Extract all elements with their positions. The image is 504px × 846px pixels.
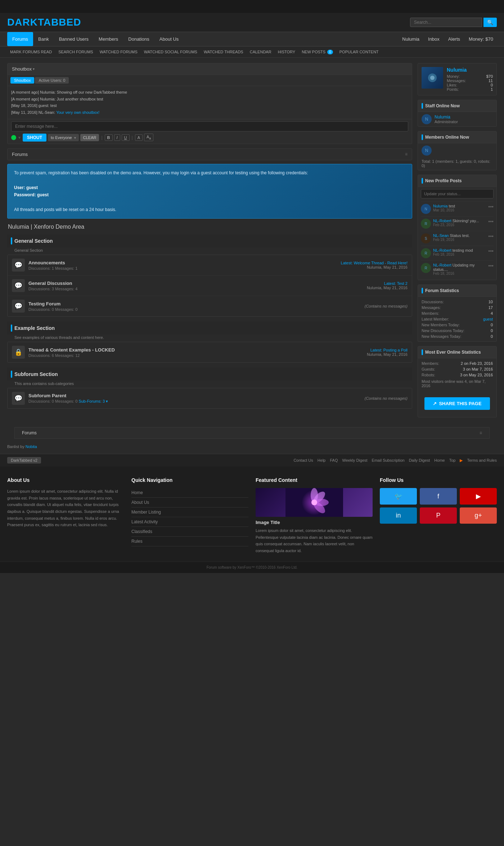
subnav-watched-threads[interactable]: WATCHED THREADS [201, 49, 246, 55]
pp-text-3: Status test. [450, 233, 469, 238]
subnav-popular-content[interactable]: POPULAR CONTENT [337, 49, 382, 55]
pp-avatar-1: N [421, 204, 431, 214]
svg-point-9 [311, 500, 317, 505]
shoutbox-link[interactable]: Your very own shoutbox! [56, 110, 99, 115]
forums-section-menu[interactable]: ≡ [405, 152, 408, 157]
category-general-desc: General Section [7, 247, 412, 255]
to-everyone-button[interactable]: to Everyone ▾ [48, 134, 79, 141]
nav-item-bank[interactable]: Bank [33, 32, 54, 46]
forum-name-testing[interactable]: Testing Forum [28, 301, 350, 306]
pp-menu-1[interactable]: ••• [488, 204, 494, 210]
pp-menu-3[interactable]: ••• [488, 233, 494, 239]
footer-link-top[interactable]: Top [449, 458, 456, 463]
footer-nav-classifieds[interactable]: Classifieds [131, 527, 248, 537]
user-name[interactable]: Nulumia [447, 67, 493, 73]
category-bar [11, 237, 12, 245]
nav-item-banned-users[interactable]: Banned Users [54, 32, 94, 46]
stats-new-discussions-label: New Discussions Today: [422, 328, 464, 333]
nav-alerts[interactable]: Alerts [445, 32, 464, 46]
header-search: 🔍 [410, 18, 497, 27]
search-input[interactable] [410, 18, 482, 27]
color-picker[interactable] [11, 135, 16, 140]
nav-item-about-us[interactable]: About Us [154, 32, 184, 46]
footer-forums-menu-icon[interactable]: ≡ [480, 430, 482, 435]
forum-icon-testing: 💬 [12, 300, 25, 313]
subnav-watched-forums[interactable]: WATCHED FORUMS [97, 49, 140, 55]
footer-link-faq[interactable]: FAQ [330, 458, 338, 463]
footer-nav-about-us[interactable]: About Us [131, 498, 248, 507]
shoutbox-input[interactable] [11, 121, 408, 131]
footer-nav-home[interactable]: Home [131, 488, 248, 498]
footer-nav-rules[interactable]: Rules [131, 537, 248, 546]
pp-author-1[interactable]: Nulumia [433, 204, 447, 208]
search-button[interactable]: 🔍 [483, 18, 497, 27]
subnav-watched-social-forums[interactable]: WATCHED SOCIAL FORUMS [141, 49, 200, 55]
rss-icon[interactable]: ▶ [460, 458, 463, 463]
subnav-history[interactable]: HISTORY [275, 49, 298, 55]
subnav-mark-forums-read[interactable]: MARK FORUMS READ [7, 49, 55, 55]
footer-nav-member-listing[interactable]: Member Listing [131, 507, 248, 517]
pp-menu-4[interactable]: ••• [488, 248, 494, 254]
footer-link-help[interactable]: Help [318, 458, 326, 463]
nav-item-donations[interactable]: Donations [123, 32, 154, 46]
pp-menu-2[interactable]: ••• [488, 219, 494, 224]
footer-link-daily-digest[interactable]: Daily Digest [409, 458, 430, 463]
social-youtube[interactable]: ▶ [460, 488, 497, 505]
banlist-section: Banlist by Nobita [0, 442, 504, 452]
staff-info-nulumia: Nulumia Administrator [435, 115, 458, 124]
bold-button[interactable]: B [105, 134, 113, 141]
underline-button[interactable]: U [122, 134, 130, 141]
stats-latest-member-value[interactable]: guest [483, 317, 493, 321]
forum-name-general-discussion[interactable]: General Discussion [28, 281, 350, 286]
forum-latest-thread-ex[interactable]: Latest: Posting a Poll [350, 348, 408, 352]
footer-link-contact[interactable]: Contact Us [293, 458, 313, 463]
shout-button[interactable]: SHOUT [23, 134, 46, 142]
category-subforum-header: Subforum Section [7, 368, 412, 381]
subnav-new-posts[interactable]: NEW POSTS 0 [299, 49, 336, 55]
forum-latest-thread[interactable]: Latest: Welcome Thread - Read Here! [341, 261, 408, 265]
nav-item-forums[interactable]: Forums [7, 32, 33, 46]
font-size-button[interactable]: Aa [144, 134, 153, 141]
pp-author-4[interactable]: NL-Robert [433, 248, 451, 252]
social-pinterest[interactable]: P [420, 507, 457, 524]
shoutbox-tab-shoutbox[interactable]: Shoutbox [10, 77, 34, 84]
nav-item-members[interactable]: Members [94, 32, 123, 46]
staff-name-nulumia[interactable]: Nulumia [435, 115, 458, 120]
most-online-members-value: 2 on Feb 23, 2016 [461, 361, 493, 366]
category-example-forums: 🔒 Thread & Content Examples - LOCKED Dis… [7, 342, 412, 363]
pp-author-5[interactable]: NL-Robert [433, 263, 451, 267]
footer-nav-latest-activity[interactable]: Latest Activity [131, 517, 248, 527]
subforums-link[interactable]: Sub-Forums: 3 ▾ [78, 399, 108, 403]
subnav-calendar[interactable]: CALENDAR [247, 49, 274, 55]
footer-link-email-subscription[interactable]: Email Subscription [372, 458, 405, 463]
social-googleplus[interactable]: g+ [460, 507, 497, 524]
forum-name-announcements[interactable]: Announcements [28, 260, 341, 265]
footer-link-home[interactable]: Home [434, 458, 445, 463]
nav-username[interactable]: Nulumia [399, 32, 423, 46]
shoutbox-tab-active-users[interactable]: Active Users: 0 [35, 77, 69, 84]
pp-menu-5[interactable]: ••• [488, 263, 494, 269]
forum-name-examples[interactable]: Thread & Content Examples - LOCKED [28, 347, 350, 353]
forum-no-messages-testing: (Contains no messages) [365, 304, 408, 308]
status-update-input[interactable] [421, 189, 494, 198]
font-color-button[interactable]: A [135, 134, 143, 141]
subnav-search-forums[interactable]: SEARCH FORUMS [55, 49, 96, 55]
category-example-header: Example Section [7, 322, 412, 335]
share-button[interactable]: ↗ SHARE THIS PAGE [424, 397, 490, 410]
clear-button[interactable]: CLEAR [80, 134, 99, 141]
social-linkedin[interactable]: in [380, 507, 417, 524]
banlist-link[interactable]: Nobita [26, 444, 37, 449]
pp-author-2[interactable]: NL-Robert [433, 219, 451, 223]
nav-inbox[interactable]: Inbox [424, 32, 443, 46]
italic-button[interactable]: I [114, 134, 120, 141]
forum-stats-general-discussion: Discussions: 3 Messages: 4 [28, 287, 350, 291]
social-facebook[interactable]: f [420, 488, 457, 505]
footer-link-terms[interactable]: Terms and Rules [467, 458, 497, 463]
featured-image-title[interactable]: Image Title [256, 520, 373, 525]
social-twitter[interactable]: 🐦 [380, 488, 417, 505]
stats-messages-value: 17 [489, 305, 493, 310]
footer-link-weekly-digest[interactable]: Weekly Digest [342, 458, 367, 463]
forum-latest-thread-gd[interactable]: Latest: Test 2 [350, 281, 408, 286]
forum-name-subforum-parent[interactable]: Subforum Parent [28, 393, 350, 398]
pp-author-3[interactable]: NL-Sean [433, 233, 449, 238]
